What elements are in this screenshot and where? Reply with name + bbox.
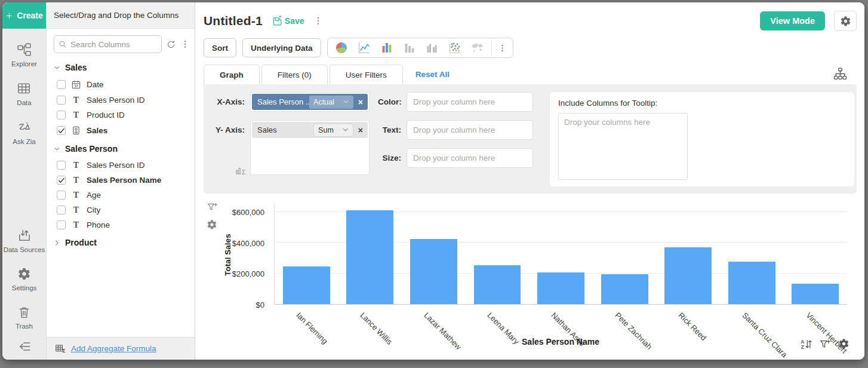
add-aggregate-formula-link[interactable]: Add Aggregate Formula <box>71 344 156 353</box>
checkbox[interactable] <box>57 161 66 170</box>
column-item-product-id[interactable]: TProduct ID <box>47 108 195 122</box>
pie-chart-icon[interactable] <box>334 41 349 55</box>
text-dropzone[interactable] <box>407 120 533 140</box>
refresh-icon[interactable] <box>166 39 176 50</box>
gear-icon[interactable] <box>838 338 849 349</box>
x-axis-dropzone[interactable]: Sales Person ... Actual × <box>250 92 370 112</box>
rail-item-trash[interactable]: Trash <box>16 305 33 330</box>
rail-item-label: Trash <box>16 323 33 330</box>
bar-lance-willis[interactable] <box>346 210 393 304</box>
collapse-panel-icon[interactable] <box>17 339 32 354</box>
checkbox[interactable] <box>57 80 66 89</box>
sort-az-icon[interactable] <box>800 338 812 350</box>
map-chart-icon[interactable] <box>470 41 485 55</box>
column-item-age[interactable]: TAge <box>47 188 195 203</box>
column-item-sales-person-id[interactable]: TSales Person ID <box>47 158 195 173</box>
columns-panel-footer: Add Aggregate Formula <box>47 337 195 360</box>
y-tick-label: $200,000 <box>232 269 269 278</box>
column-item-date[interactable]: Date <box>47 76 195 93</box>
save-button[interactable]: Save <box>272 16 304 27</box>
grouped-bar-icon[interactable] <box>424 41 440 55</box>
y-axis-aggregate-dropdown[interactable]: Sum <box>313 124 353 137</box>
bar-pete-zachriah[interactable] <box>601 274 648 304</box>
columns-search-row <box>47 29 195 56</box>
y-axis-dropzone[interactable]: Sales Sum × <box>250 120 370 175</box>
scatter-plot-icon[interactable] <box>447 41 463 55</box>
column-group-sales-person[interactable]: Sales Person <box>47 139 195 158</box>
tab-user-filters[interactable]: User Filters <box>330 65 403 84</box>
checkbox[interactable] <box>57 96 66 105</box>
checkbox[interactable] <box>57 111 66 119</box>
bar-slot <box>656 204 720 304</box>
underlying-data-button[interactable]: Underlying Data <box>242 38 321 57</box>
column-item-sales-person-id[interactable]: TSales Person ID <box>47 93 195 108</box>
tab-filters-0[interactable]: Filters (0) <box>261 65 328 84</box>
bar-chart-icon[interactable] <box>379 41 395 55</box>
kebab-menu-icon[interactable] <box>313 16 323 26</box>
sort-button[interactable]: Sort <box>204 38 236 57</box>
search-columns-input[interactable] <box>54 35 162 53</box>
line-chart-icon[interactable] <box>356 41 372 55</box>
rail-item-settings[interactable]: Settings <box>12 267 37 292</box>
text-row: Text: <box>378 120 540 140</box>
view-mode-button[interactable]: View Mode <box>760 11 825 30</box>
main-area: Untitled-1 Save View Mode Sort Underlyin… <box>195 2 864 360</box>
kebab-menu-icon[interactable] <box>498 44 507 53</box>
column-group-sales[interactable]: Sales <box>47 57 195 76</box>
tooltip-columns-dropzone[interactable] <box>558 113 688 180</box>
remove-column-icon[interactable]: × <box>358 126 363 134</box>
column-group-label: Sales <box>65 63 87 72</box>
bar-rick-reed[interactable] <box>664 247 712 304</box>
column-item-label: Product ID <box>87 111 125 119</box>
x-axis-column-pill[interactable]: Sales Person ... Actual × <box>252 94 368 110</box>
bar-lazar-mathew[interactable] <box>410 239 457 304</box>
kebab-menu-icon[interactable] <box>180 39 190 49</box>
checkbox[interactable] <box>57 126 66 135</box>
rail-item-ask-zia[interactable]: Ask Zia <box>13 120 35 145</box>
checkbox[interactable] <box>57 176 66 185</box>
aggregate-bars-icon[interactable] <box>235 164 247 176</box>
settings-button[interactable] <box>834 11 857 31</box>
text-type-icon: T <box>73 176 79 185</box>
y-axis-column-pill[interactable]: Sales Sum × <box>252 122 368 138</box>
chevron-down-icon <box>343 99 349 105</box>
column-item-sales[interactable]: Sales <box>47 122 195 139</box>
checkbox[interactable] <box>57 206 66 214</box>
y-tick-label: $0 <box>256 300 269 309</box>
chart-tools-bottom-right <box>800 338 849 350</box>
create-button[interactable]: Create <box>2 2 46 29</box>
sitemap-icon[interactable] <box>833 67 847 81</box>
rail-item-explorer[interactable]: Explorer <box>11 42 37 68</box>
bar-santa-cruz-clara[interactable] <box>728 262 775 304</box>
size-dropzone[interactable] <box>407 148 533 168</box>
checkbox[interactable] <box>57 220 66 229</box>
chevron-down-icon <box>54 146 60 152</box>
tab-graph[interactable]: Graph <box>204 65 260 84</box>
bar-chart-mono-icon[interactable] <box>402 41 417 55</box>
column-item-phone[interactable]: TPhone <box>47 217 195 232</box>
add-filter-icon[interactable] <box>819 338 831 350</box>
bar-vincent-herbert[interactable] <box>792 284 839 304</box>
save-label: Save <box>285 16 304 26</box>
title-row: Untitled-1 Save View Mode <box>201 8 857 33</box>
bar-ian-fleming[interactable] <box>283 266 330 304</box>
reset-all-link[interactable]: Reset All <box>415 70 450 79</box>
column-group-product[interactable]: Product <box>47 232 195 252</box>
x-axis-mode-dropdown[interactable]: Actual <box>309 96 353 109</box>
column-item-label: City <box>87 206 100 214</box>
column-item-sales-person-name[interactable]: TSales Person Name <box>47 173 195 188</box>
size-label: Size: <box>378 148 407 168</box>
rail-item-label: Ask Zia <box>13 138 35 145</box>
bar-leena-mary[interactable] <box>474 265 521 304</box>
column-item-city[interactable]: TCity <box>47 203 195 217</box>
trash-icon <box>17 305 31 319</box>
remove-column-icon[interactable]: × <box>358 98 363 106</box>
checkbox[interactable] <box>57 191 66 200</box>
rail-item-data[interactable]: Data <box>17 81 31 106</box>
plus-icon <box>5 12 13 20</box>
rail-item-data-sources[interactable]: Data Sources <box>4 228 45 253</box>
chevron-down-icon <box>342 127 349 133</box>
aggregate-formula-icon <box>55 343 66 354</box>
bar-nathan-astle[interactable] <box>537 272 584 304</box>
color-dropzone[interactable] <box>407 92 533 112</box>
